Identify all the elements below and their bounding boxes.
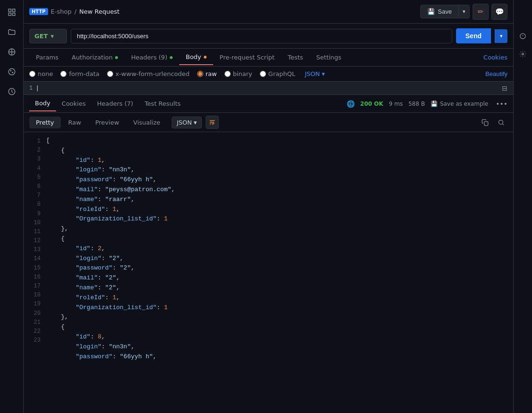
beautify-button[interactable]: Beautify [485,70,507,77]
option-raw[interactable]: raw [197,70,217,77]
breadcrumb: HTTP E-shop / New Request [29,8,119,15]
copy-button[interactable] [478,116,491,129]
response-view-tabs: Pretty Raw Preview Visualize JSON ▾ [24,113,513,132]
response-tab-cookies[interactable]: Cookies [56,96,91,111]
radio-graphql[interactable] [260,71,266,77]
save-dropdown-arrow[interactable]: ▾ [458,6,469,17]
response-section: Body Cookies Headers (7) Test Results 🌐 … [24,95,513,413]
tab-tests[interactable]: Tests [281,50,309,65]
cookies-link[interactable]: Cookies [483,50,507,65]
response-tab-headers[interactable]: Headers (7) [91,96,139,111]
json-line: { [46,146,507,156]
svg-point-10 [499,120,503,124]
right-icon-info[interactable] [515,28,531,43]
sidebar-icon-home[interactable] [3,4,20,21]
response-tab-body[interactable]: Body [29,96,56,111]
right-icon-settings[interactable] [515,46,531,61]
method-select[interactable]: GET ▾ [29,29,67,43]
tab-authorization[interactable]: Authorization [65,50,125,65]
json-line: "password": "66yyh h", [46,175,507,185]
response-tabs-bar: Body Cookies Headers (7) Test Results 🌐 … [24,95,513,113]
option-none[interactable]: none [29,70,53,77]
sidebar-icon-history[interactable] [3,83,20,100]
search-button[interactable] [494,116,507,129]
json-format-select[interactable]: JSON ▾ [305,70,325,77]
save-button-group: 💾 Save ▾ [420,5,470,18]
radio-none[interactable] [29,71,35,77]
json-line: "id": 8, [46,332,507,342]
edit-icon-button[interactable]: ✏️ [473,4,489,20]
tab-body[interactable]: Body [179,50,213,65]
send-button[interactable]: Send [456,28,491,43]
option-urlencoded[interactable]: x-www-form-urlencoded [107,70,190,77]
radio-raw[interactable] [197,71,203,77]
line-numbers: 1 2 3 4 5 6 7 8 9 10 11 12 13 14 15 16 1… [24,136,46,409]
more-options-button[interactable]: ••• [496,100,507,108]
tab-headers[interactable]: Headers (9) [125,50,179,65]
response-format-select[interactable]: JSON ▾ [172,117,202,128]
method-arrow: ▾ [50,33,54,40]
line-indicator-row: 1 | ⊟ [24,82,513,95]
svg-rect-3 [12,13,15,16]
filter-icon[interactable]: ⊟ [502,84,507,92]
response-format-label: JSON [177,119,192,126]
option-graphql[interactable]: GraphQL [260,70,295,77]
tab-params-label: Params [36,54,58,61]
option-binary[interactable]: binary [224,70,252,77]
json-line: }, [46,312,507,322]
top-bar-actions: 💾 Save ▾ ✏️ 💬 [420,4,507,20]
radio-form-data[interactable] [60,71,66,77]
response-tab-test-results[interactable]: Test Results [139,96,186,111]
response-meta: 🌐 200 OK 9 ms 588 B 💾 Save as example ••… [347,100,507,108]
json-line: "password": "2", [46,263,507,273]
save-button[interactable]: 💾 Save [421,5,458,18]
json-line: [ [46,136,507,146]
tab-tests-label: Tests [288,54,303,61]
line-cursor: | [36,85,38,92]
url-bar: GET ▾ Send ▾ [24,24,513,49]
json-line: { [46,234,507,244]
json-line: "name": "2", [46,283,507,293]
breadcrumb-current: New Request [79,8,119,15]
view-tab-preview[interactable]: Preview [89,117,126,128]
tab-pre-request-label: Pre-request Script [220,54,275,61]
view-tab-visualize[interactable]: Visualize [127,117,167,128]
svg-point-7 [12,72,13,73]
svg-rect-9 [484,121,488,125]
tab-params[interactable]: Params [29,50,65,65]
send-dropdown-arrow[interactable]: ▾ [495,29,507,43]
json-line: "mail": "peyss@patron.com", [46,185,507,195]
right-sidebar [513,0,532,413]
chat-icon-button[interactable]: 💬 [491,4,507,20]
sidebar-icon-env[interactable] [3,43,20,60]
sidebar-icon-folder[interactable] [3,24,20,41]
json-line: "login": "2", [46,254,507,264]
radio-urlencoded[interactable] [107,71,113,77]
body-options-bar: none form-data x-www-form-urlencoded raw… [24,67,513,82]
tab-pre-request[interactable]: Pre-request Script [213,50,282,65]
wrap-icon-button[interactable] [206,116,219,129]
sidebar-icon-cookie[interactable] [3,63,20,80]
top-bar: HTTP E-shop / New Request 💾 Save ▾ ✏️ 💬 [24,0,513,24]
json-line: "id": 2, [46,244,507,254]
save-example-button[interactable]: 💾 Save as example [431,101,488,107]
json-line: { [46,322,507,332]
tab-settings[interactable]: Settings [310,50,348,65]
json-line: "Organization_list_id": 1 [46,214,507,224]
view-tab-raw[interactable]: Raw [62,117,88,128]
save-example-label: Save as example [440,101,488,107]
svg-point-12 [522,53,524,55]
save-icon: 💾 [427,8,435,15]
view-actions-right [478,116,507,129]
response-size: 588 B [408,101,425,107]
radio-binary[interactable] [224,71,231,77]
svg-rect-2 [8,13,11,16]
request-tabs-bar: Params Authorization Headers (9) Body Pr… [24,49,513,67]
svg-point-5 [8,68,15,75]
option-form-data[interactable]: form-data [60,70,99,77]
json-line: "mail": "2", [46,273,507,283]
view-tab-pretty[interactable]: Pretty [29,117,61,128]
url-input[interactable] [71,29,452,43]
headers-dot [170,56,173,59]
line-number: 1 [29,85,33,92]
